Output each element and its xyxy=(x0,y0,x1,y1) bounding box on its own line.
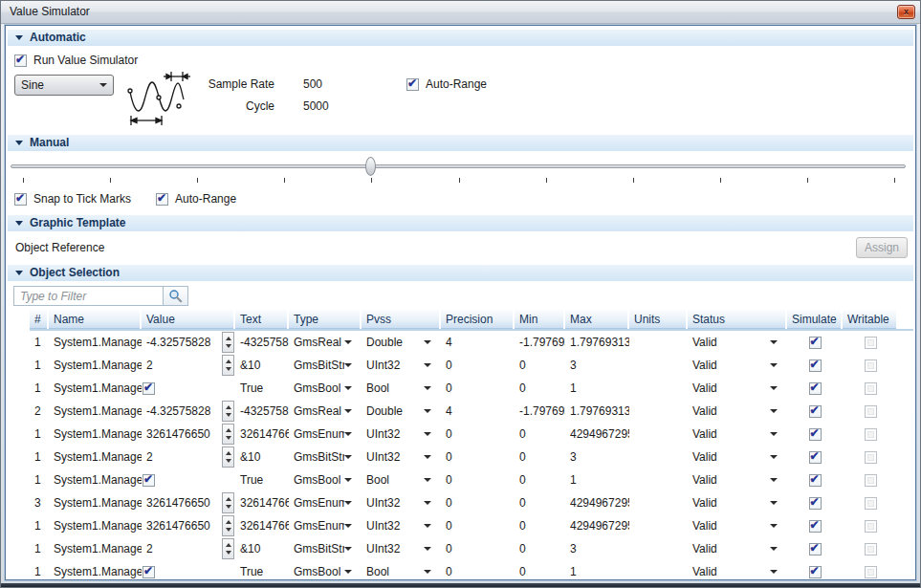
close-button[interactable]: x xyxy=(897,5,915,19)
simulate-checkbox[interactable] xyxy=(809,359,822,372)
status-dropdown[interactable]: Valid xyxy=(688,427,787,441)
value-input[interactable]: 2 xyxy=(146,450,153,464)
value-spinner[interactable] xyxy=(222,332,234,353)
slider-thumb[interactable] xyxy=(365,157,376,176)
value-spinner[interactable] xyxy=(222,401,234,422)
column-header-min[interactable]: Min xyxy=(515,310,563,329)
status-dropdown[interactable]: Valid xyxy=(688,519,787,533)
status-dropdown[interactable]: Valid xyxy=(688,542,787,555)
column-header-pvss[interactable]: Pvss xyxy=(362,310,439,329)
writable-checkbox[interactable] xyxy=(865,382,877,395)
spin-up-icon[interactable] xyxy=(226,497,231,501)
column-header-writable[interactable]: Writable xyxy=(843,310,896,329)
section-header-manual[interactable]: Manual xyxy=(8,135,913,151)
simulate-checkbox[interactable] xyxy=(809,474,822,487)
type-dropdown[interactable]: GmsBool xyxy=(289,565,362,578)
column-header-num[interactable]: # xyxy=(30,310,47,329)
simulate-checkbox[interactable] xyxy=(809,497,822,510)
section-header-object-selection[interactable]: Object Selection xyxy=(8,265,913,281)
pvss-dropdown[interactable]: UInt32 xyxy=(362,450,441,464)
section-header-graphic-template[interactable]: Graphic Template xyxy=(8,215,913,231)
value-input[interactable]: 3261476650 xyxy=(146,427,210,441)
spin-up-icon[interactable] xyxy=(226,337,231,340)
type-dropdown[interactable]: GmsEnum xyxy=(289,427,362,441)
auto-range-checkbox-automatic[interactable] xyxy=(406,78,419,91)
column-header-precision[interactable]: Precision xyxy=(441,310,513,329)
simulate-checkbox[interactable] xyxy=(809,428,822,441)
slider-track[interactable] xyxy=(11,164,906,168)
value-input[interactable]: -4.32575828 xyxy=(146,404,210,418)
simulate-checkbox[interactable] xyxy=(809,566,822,578)
simulate-checkbox[interactable] xyxy=(809,337,822,349)
value-checkbox[interactable] xyxy=(143,474,155,487)
spin-down-icon[interactable] xyxy=(226,505,231,509)
pvss-dropdown[interactable]: Double xyxy=(362,404,441,418)
value-spinner[interactable] xyxy=(222,446,234,468)
writable-checkbox[interactable] xyxy=(865,359,877,372)
type-dropdown[interactable]: GmsBitStri xyxy=(289,359,362,372)
waveform-dropdown[interactable]: Sine xyxy=(14,75,114,96)
pvss-dropdown[interactable]: UInt32 xyxy=(362,427,441,441)
spin-down-icon[interactable] xyxy=(226,436,231,440)
type-dropdown[interactable]: GmsReal xyxy=(289,336,362,349)
column-header-max[interactable]: Max xyxy=(565,310,627,329)
spin-up-icon[interactable] xyxy=(226,359,231,363)
writable-checkbox[interactable] xyxy=(865,543,877,555)
column-header-type[interactable]: Type xyxy=(289,310,360,329)
value-input[interactable]: 3261476650 xyxy=(146,496,210,510)
value-spinner[interactable] xyxy=(222,355,234,376)
column-header-simulate[interactable]: Simulate xyxy=(787,310,841,329)
writable-checkbox[interactable] xyxy=(865,474,877,487)
simulate-checkbox[interactable] xyxy=(809,382,822,395)
writable-checkbox[interactable] xyxy=(865,451,877,464)
spin-up-icon[interactable] xyxy=(226,520,231,524)
writable-checkbox[interactable] xyxy=(865,337,877,349)
column-header-units[interactable]: Units xyxy=(629,310,686,329)
type-dropdown[interactable]: GmsBitStri xyxy=(289,450,362,464)
type-dropdown[interactable]: GmsEnum xyxy=(289,496,362,510)
writable-checkbox[interactable] xyxy=(865,566,877,578)
spin-down-icon[interactable] xyxy=(226,413,231,417)
pvss-dropdown[interactable]: UInt32 xyxy=(362,542,441,555)
value-input[interactable]: -4.32575828 xyxy=(146,336,210,349)
pvss-dropdown[interactable]: UInt32 xyxy=(362,519,441,533)
spin-down-icon[interactable] xyxy=(226,344,231,348)
column-header-status[interactable]: Status xyxy=(688,310,785,329)
auto-range-checkbox-manual[interactable] xyxy=(156,193,168,206)
value-spinner[interactable] xyxy=(222,424,234,445)
value-input[interactable]: 2 xyxy=(146,359,153,372)
status-dropdown[interactable]: Valid xyxy=(688,336,787,349)
writable-checkbox[interactable] xyxy=(865,497,877,510)
type-dropdown[interactable]: GmsEnum xyxy=(289,519,362,533)
spin-down-icon[interactable] xyxy=(226,459,231,463)
column-header-name[interactable]: Name xyxy=(49,310,140,329)
type-dropdown[interactable]: GmsBool xyxy=(289,381,362,395)
filter-input[interactable] xyxy=(13,286,163,306)
status-dropdown[interactable]: Valid xyxy=(688,473,787,487)
writable-checkbox[interactable] xyxy=(865,405,877,418)
value-checkbox[interactable] xyxy=(143,382,155,395)
pvss-dropdown[interactable]: Double xyxy=(362,336,441,349)
simulate-checkbox[interactable] xyxy=(809,520,822,533)
spin-down-icon[interactable] xyxy=(226,551,231,555)
value-spinner[interactable] xyxy=(222,515,234,536)
spin-up-icon[interactable] xyxy=(226,451,231,455)
pvss-dropdown[interactable]: Bool xyxy=(362,381,441,395)
run-value-simulator-checkbox[interactable] xyxy=(14,54,27,67)
snap-to-ticks-checkbox[interactable] xyxy=(14,193,27,206)
status-dropdown[interactable]: Valid xyxy=(688,359,787,372)
simulate-checkbox[interactable] xyxy=(809,543,822,555)
writable-checkbox[interactable] xyxy=(865,428,877,441)
spin-up-icon[interactable] xyxy=(226,428,231,432)
pvss-dropdown[interactable]: UInt32 xyxy=(362,496,441,510)
pvss-dropdown[interactable]: Bool xyxy=(362,565,441,578)
value-checkbox[interactable] xyxy=(143,566,155,578)
simulate-checkbox[interactable] xyxy=(809,451,822,464)
spin-down-icon[interactable] xyxy=(226,367,231,371)
spin-up-icon[interactable] xyxy=(226,543,231,547)
column-header-value[interactable]: Value xyxy=(142,310,233,329)
status-dropdown[interactable]: Valid xyxy=(688,565,787,578)
type-dropdown[interactable]: GmsBool xyxy=(289,473,362,487)
status-dropdown[interactable]: Valid xyxy=(688,404,787,418)
value-input[interactable]: 2 xyxy=(146,542,153,555)
